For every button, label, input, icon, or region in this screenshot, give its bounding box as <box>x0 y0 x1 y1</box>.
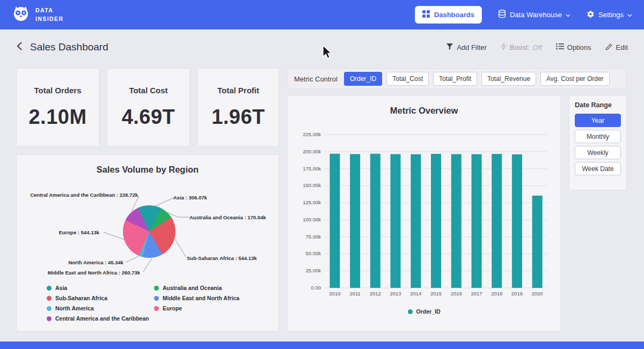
metric-button-total-profit[interactable]: Total_Profit <box>433 72 477 86</box>
data-warehouse-menu[interactable]: Data Warehouse <box>498 10 570 20</box>
legend-label: Central America and the Caribbean <box>55 315 149 322</box>
bar <box>350 154 360 288</box>
bar-chart-title: Metric Overview <box>288 96 560 116</box>
svg-text:2015: 2015 <box>430 291 442 296</box>
pie-callout-australia: Australia and Oceania : 170.04k <box>189 214 266 220</box>
svg-text:0.00: 0.00 <box>311 285 321 291</box>
pie-callout-asia: Asia : 306.07k <box>173 195 207 201</box>
bar <box>411 154 421 288</box>
legend-label: North America <box>55 305 94 311</box>
svg-text:2011: 2011 <box>349 291 360 296</box>
pie-callout-north-america: North America : 45.34k <box>68 259 123 265</box>
funnel-icon <box>446 43 453 52</box>
svg-text:100.00k: 100.00k <box>303 217 321 222</box>
bottom-bar <box>0 341 644 349</box>
metric-control-bar: Metric Control Order_ID Total_Cost Total… <box>287 69 627 89</box>
bar <box>532 196 543 288</box>
pie-legend-column-2: Australia and Oceania Middle East and No… <box>154 285 239 311</box>
back-button[interactable] <box>16 41 23 53</box>
metric-button-total-cost[interactable]: Total_Cost <box>386 72 429 86</box>
logo-text: DATA INSIDER <box>35 6 63 23</box>
list-icon <box>556 43 564 51</box>
bolt-icon <box>501 42 507 52</box>
chevron-left-icon <box>16 41 23 53</box>
svg-text:2018: 2018 <box>491 291 502 296</box>
metric-overview-card: Metric Overview 0.0025.00k50.00k75.00k10… <box>287 95 561 331</box>
legend-label: Order_ID <box>416 308 441 315</box>
legend-dot-central-america <box>47 316 52 321</box>
date-button-monthly[interactable]: Monthly <box>575 130 621 143</box>
page-header: Sales Dashboard Add Filter Boost: Off <box>0 33 644 61</box>
region-pie <box>123 205 175 258</box>
pencil-icon <box>605 43 613 52</box>
page-title: Sales Dashboard <box>30 41 108 53</box>
kpi-card-total-orders: Total Orders 2.10M <box>16 68 99 146</box>
kpi-value: 1.96T <box>198 106 279 129</box>
legend-item-asia: Asia <box>47 285 149 291</box>
bar <box>451 154 462 288</box>
legend-dot-australia <box>154 286 159 291</box>
legend-label: Europe <box>163 305 182 311</box>
bar <box>370 154 380 288</box>
legend-label: Middle East and North Africa <box>163 295 239 301</box>
kpi-value: 2.10M <box>17 106 99 129</box>
app-logo[interactable]: DATA INSIDER <box>12 5 63 25</box>
options-button[interactable]: Options <box>556 43 591 51</box>
data-warehouse-label: Data Warehouse <box>510 11 562 19</box>
metric-control-label: Metric Control <box>294 75 338 83</box>
bar <box>391 154 401 288</box>
date-button-weekly[interactable]: Weekly <box>575 146 621 159</box>
chevron-down-icon <box>566 11 570 19</box>
svg-text:225.00k: 225.00k <box>303 131 321 137</box>
date-button-year[interactable]: Year <box>575 114 621 127</box>
svg-text:2020: 2020 <box>532 291 543 296</box>
kpi-card-total-profit: Total Profit 1.96T <box>197 68 279 146</box>
date-range-card: Date Range Year Monthly Weekly Week Date <box>569 95 627 190</box>
add-filter-button[interactable]: Add Filter <box>446 43 487 52</box>
chevron-down-icon <box>627 11 632 19</box>
legend-dot-asia <box>47 286 52 291</box>
legend-dot-sub-saharan-africa <box>47 296 52 301</box>
svg-text:25.00k: 25.00k <box>305 268 321 273</box>
settings-label: Settings <box>598 11 624 19</box>
legend-label: Australia and Oceania <box>163 285 222 291</box>
settings-menu[interactable]: Settings <box>587 10 632 20</box>
navbar: DATA INSIDER Dashboards <box>0 0 644 29</box>
legend-item-middle-east: Middle East and North Africa <box>154 295 239 301</box>
legend-label: Asia <box>55 285 67 291</box>
date-range-label: Date Range <box>575 101 621 109</box>
svg-text:2019: 2019 <box>511 291 523 296</box>
kpi-label: Total Cost <box>107 86 189 95</box>
svg-text:2014: 2014 <box>410 291 421 296</box>
bar <box>512 154 522 288</box>
dashboard-grid-icon <box>422 10 430 19</box>
database-icon <box>498 10 506 20</box>
svg-text:2010: 2010 <box>329 291 340 296</box>
svg-text:150.00k: 150.00k <box>303 182 321 188</box>
pie-chart-title: Sales Volume by Region <box>17 155 279 175</box>
boost-toggle[interactable]: Boost: Off <box>501 42 542 52</box>
dashboards-button[interactable]: Dashboards <box>415 6 482 24</box>
svg-text:125.00k: 125.00k <box>303 199 321 205</box>
svg-text:75.00k: 75.00k <box>305 234 321 240</box>
legend-item-central-america: Central America and the Caribbean <box>47 315 149 322</box>
legend-item-europe: Europe <box>154 305 239 311</box>
edit-button[interactable]: Edit <box>605 43 628 52</box>
svg-text:200.00k: 200.00k <box>303 148 321 154</box>
pie-legend-column-1: Asia Sub-Saharan Africa North America Ce… <box>47 285 149 322</box>
bar <box>492 154 502 288</box>
svg-text:2017: 2017 <box>471 291 482 296</box>
sales-volume-card: Sales Volume by Region Central America a… <box>16 154 279 331</box>
metric-button-order-id[interactable]: Order_ID <box>344 72 382 86</box>
pie-callout-europe: Europe : 544.13k <box>58 229 99 235</box>
date-button-week-date[interactable]: Week Date <box>575 162 621 175</box>
legend-dot-europe <box>154 306 159 311</box>
metric-button-avg-cost-per-order[interactable]: Avg. Cost per Order <box>540 72 610 86</box>
legend-item-north-america: North America <box>47 305 149 311</box>
legend-label: Sub-Saharan Africa <box>55 295 107 301</box>
metric-button-total-revenue[interactable]: Total_Revenue <box>481 72 536 86</box>
boost-value: Off <box>533 43 542 51</box>
pie-callout-central-america: Central America and the Caribbean : 226.… <box>30 192 138 198</box>
bar-chart-legend: Order_ID <box>288 308 560 315</box>
svg-text:175.00k: 175.00k <box>303 166 321 172</box>
